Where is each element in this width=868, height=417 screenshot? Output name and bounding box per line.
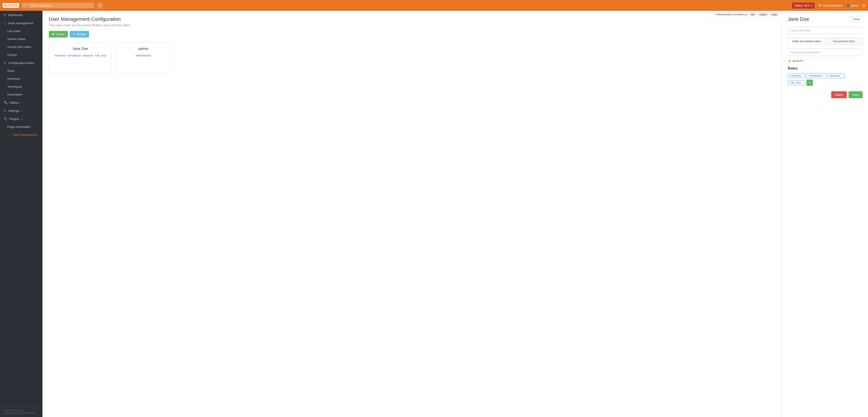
sidebar-item-list-nodes[interactable]: List nodes — [0, 27, 42, 35]
sidebar-label-settings: Settings — [8, 109, 19, 113]
role-chip-remove-button[interactable]: × — [823, 74, 825, 77]
brand-logo: RUDDER — [3, 3, 19, 8]
user-cards-container: Jane Doeinventorycompliancedeployerrule_… — [49, 42, 776, 74]
sidebar-footer: Rudder ${version} © Normation ${current-… — [0, 406, 42, 417]
auth-providers-label: Authentication providers pr — [715, 13, 747, 16]
search-input[interactable] — [30, 4, 92, 7]
sidebar-item-accept-new-nodes[interactable]: Accept new nodes — [0, 43, 42, 51]
panel-title: Jane Doe — [788, 16, 809, 22]
toggle-password-button[interactable]: Password to hash — [825, 38, 863, 45]
role-chip-label: deployer — [830, 74, 840, 77]
role-tag[interactable]: compliance — [67, 54, 81, 57]
username-input[interactable] — [788, 27, 863, 34]
password-toggle-group: Enter pre-hashed value Password to hash — [788, 38, 863, 45]
navbar-right: Status ⚙✦ ▾ 🔔 Documentation 👤 admin ⊡ — [792, 2, 865, 8]
role-chip: compliance× — [807, 73, 827, 78]
sidebar-label-plugin-information: Plugin information — [7, 125, 31, 129]
sidebar-item-plugin-information[interactable]: Plugin information — [0, 123, 42, 131]
delete-button[interactable]: Delete — [831, 91, 847, 98]
user-menu[interactable]: 👤 admin — [846, 4, 859, 7]
role-chip-label: compliance — [809, 74, 822, 77]
add-role-button[interactable]: + — [807, 79, 813, 86]
sidebar-item-groups[interactable]: Groups — [0, 51, 42, 59]
roles-section-title: Roles — [788, 66, 863, 70]
terminal-icon[interactable]: ⊡ — [862, 3, 865, 8]
search-bar[interactable]: 🔍 — [22, 3, 94, 8]
password-input[interactable] — [788, 49, 863, 56]
sidebar-label-rules: Rules — [7, 69, 15, 72]
sidebar-item-configuration-policy[interactable]: ⚙ Configuration policy — [0, 59, 42, 67]
sidebar-label-search-nodes: Search nodes — [7, 37, 25, 41]
utilities-caret-icon: ▾ — [21, 101, 22, 104]
role-tag[interactable]: rule_only — [95, 54, 106, 57]
sidebar-label-parameters: Parameters — [7, 93, 22, 96]
sidebar-item-utilities[interactable]: 🔧 Utilities ▾ — [0, 98, 42, 107]
page-title: User Management Configuration — [49, 16, 776, 22]
role-tag[interactable]: inventory — [55, 54, 66, 57]
search-icon: 🔍 — [24, 4, 28, 7]
status-caret-icon: ▾ — [811, 4, 812, 7]
utilities-icon: 🔧 — [4, 101, 7, 104]
user-card-name: admin — [138, 47, 148, 51]
sidebar-item-dashboard[interactable]: ⊞ Dashboard — [0, 11, 42, 19]
panel-actions: Delete Save — [788, 91, 863, 98]
sidebar-item-user-management[interactable]: → User Management — [0, 131, 42, 139]
user-icon: 👤 — [846, 4, 850, 7]
sidebar-item-techniques[interactable]: Techniques — [0, 83, 42, 91]
page-subtitle: This page shows you the current Rudder u… — [49, 24, 776, 27]
role-chip-label: inventory — [790, 74, 801, 77]
sidebar-item-directives[interactable]: Directives — [0, 75, 42, 83]
role-chip-remove-button[interactable]: × — [841, 74, 843, 77]
role-chip-remove-button[interactable]: × — [802, 74, 803, 77]
dashboard-icon: ⊞ — [4, 13, 6, 17]
sidebar-label-directives: Directives — [7, 77, 20, 81]
create-plus-icon: ✚ — [52, 33, 55, 36]
user-card-0[interactable]: Jane Doeinventorycompliancedeployerrule_… — [49, 42, 112, 74]
bcrypt-icon: 🔑 — [788, 60, 791, 63]
logo-box: RUDDER — [3, 3, 19, 8]
help-button[interactable]: ? — [97, 2, 103, 8]
roles-section: Roles inventory×compliance×deployer×rule… — [788, 66, 863, 86]
toggle-prehashed-button[interactable]: Enter pre-hashed value — [788, 38, 825, 45]
auth-providers-bar: Authentication providers pr file radius … — [711, 11, 782, 18]
sidebar-item-rules[interactable]: Rules — [0, 67, 42, 75]
bcrypt-label: 🔑 BCRYPT — [788, 60, 863, 63]
user-card-roles: inventorycompliancedeployerrule_only — [55, 54, 106, 57]
role-chip-remove-button[interactable]: × — [802, 81, 803, 84]
role-chip: rule_only× — [788, 80, 805, 85]
role-chip-label: rule_only — [790, 81, 801, 84]
close-button[interactable]: Close — [850, 17, 863, 22]
status-icon: ⚙✦ — [804, 4, 809, 7]
navbar: RUDDER 🔍 ? Status ⚙✦ ▾ 🔔 Documentation 👤… — [0, 0, 868, 11]
documentation-link[interactable]: 🔔 Documentation — [818, 4, 842, 7]
role-tag[interactable]: deployer — [83, 54, 93, 57]
password-field-container — [788, 49, 863, 56]
auth-badge-file: file — [749, 13, 756, 16]
main-content: Authentication providers pr file radius … — [42, 11, 782, 417]
reload-icon: ↻ — [73, 33, 75, 36]
create-button[interactable]: ✚ Create — [49, 31, 68, 37]
reload-button[interactable]: ↻ Reload — [70, 31, 89, 37]
bcrypt-text: BCRYPT — [793, 60, 803, 63]
roles-tags-container: inventory×compliance×deployer×rule_only×… — [788, 73, 863, 86]
sidebar-item-plugins[interactable]: 🔌 Plugins ▲ — [0, 115, 42, 123]
active-arrow-icon: → — [7, 133, 10, 136]
sidebar-label-list-nodes: List nodes — [7, 29, 21, 33]
sidebar-item-node-management[interactable]: ⬡ Node management — [0, 19, 42, 27]
sidebar: ⊞ Dashboard ⬡ Node management List nodes… — [0, 11, 42, 417]
settings-caret-icon: ▾ — [21, 109, 22, 112]
bell-icon: 🔔 — [818, 4, 822, 7]
toolbar: ✚ Create ↻ Reload — [49, 31, 776, 37]
user-card-roles: administrator — [135, 54, 151, 57]
plugins-icon: 🔌 — [4, 117, 7, 121]
sidebar-item-parameters[interactable]: Parameters — [0, 91, 42, 98]
sidebar-item-settings[interactable]: ⚙ Settings ▾ — [0, 107, 42, 115]
user-card-1[interactable]: adminadministrator — [116, 42, 170, 74]
sidebar-label-accept-new-nodes: Accept new nodes — [7, 45, 31, 49]
save-button[interactable]: Save — [848, 91, 863, 98]
role-tag[interactable]: administrator — [135, 54, 151, 57]
sidebar-item-search-nodes[interactable]: Search nodes — [0, 35, 42, 43]
node-management-icon: ⬡ — [4, 21, 6, 25]
sidebar-label-configuration-policy: Configuration policy — [8, 61, 34, 65]
status-button[interactable]: Status ⚙✦ ▾ — [792, 2, 815, 8]
